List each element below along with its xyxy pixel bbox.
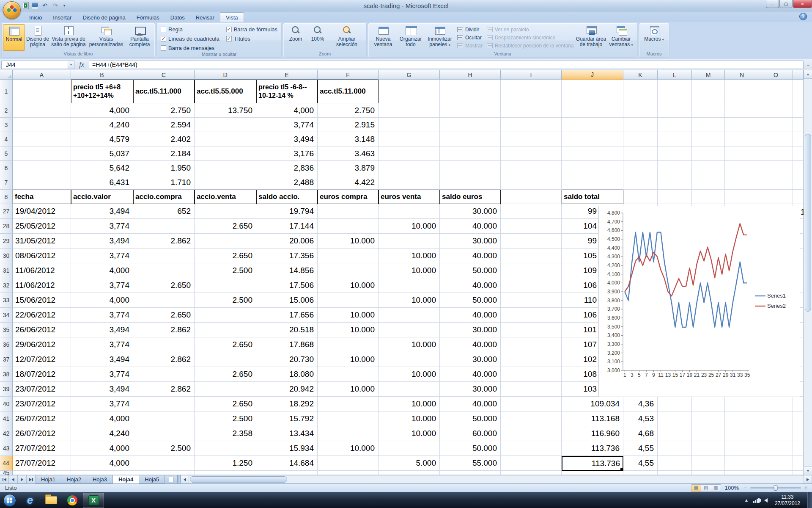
cell-A41[interactable]: 26/07/2012 xyxy=(13,411,71,426)
cell-G42[interactable]: 10.000 xyxy=(379,426,440,441)
cell-D38[interactable]: 2.650 xyxy=(195,367,256,382)
tab-splitter[interactable] xyxy=(178,475,181,483)
sheet-tab-hoja1[interactable]: Hoja1 xyxy=(36,475,61,483)
cell-K45[interactable] xyxy=(623,471,658,475)
row-header-30[interactable]: 30 xyxy=(0,248,13,263)
cell-O6[interactable] xyxy=(759,161,793,175)
cell-E40[interactable]: 18.292 xyxy=(256,397,318,411)
cell-L6[interactable] xyxy=(658,161,692,175)
cell-E35[interactable]: 20.518 xyxy=(256,323,318,337)
cell-F34[interactable]: 10.000 xyxy=(318,308,379,323)
cell-D41[interactable]: 2.500 xyxy=(195,411,256,426)
cell-A5[interactable] xyxy=(13,146,71,161)
cell-C35[interactable]: 2.862 xyxy=(133,323,195,337)
cell-O45[interactable] xyxy=(759,471,793,475)
cell-J4[interactable] xyxy=(562,132,623,146)
row-header-1[interactable]: 1 xyxy=(0,80,13,103)
cell-G28[interactable]: 10.000 xyxy=(379,219,440,234)
cell-E5[interactable]: 3,176 xyxy=(256,146,318,161)
cell-J43[interactable]: 113.736 xyxy=(562,441,623,456)
column-header-A[interactable]: A xyxy=(13,70,71,80)
show-desktop-button[interactable] xyxy=(807,492,812,508)
ribbon-tab-datos[interactable]: Datos xyxy=(165,13,190,22)
cell-M45[interactable] xyxy=(692,471,725,475)
cell-K43[interactable]: 4,55 xyxy=(623,441,658,456)
column-header-partial[interactable] xyxy=(793,70,804,80)
cell-C4[interactable]: 2.402 xyxy=(133,132,195,146)
name-box-dropdown[interactable]: ▾ xyxy=(68,61,74,69)
cell-B34[interactable]: 3,774 xyxy=(71,308,133,323)
cell-partial-41[interactable] xyxy=(793,411,804,426)
zoom-level[interactable]: 100% xyxy=(725,485,739,491)
cell-K40[interactable]: 4,36 xyxy=(623,397,658,411)
cell-A28[interactable]: 25/05/2012 xyxy=(13,219,71,234)
cell-partial-2[interactable] xyxy=(793,103,804,118)
cell-D29[interactable] xyxy=(195,234,256,248)
cell-H31[interactable]: 50.000 xyxy=(440,263,501,278)
cell-E44[interactable]: 14.684 xyxy=(256,456,318,471)
cell-J6[interactable] xyxy=(562,161,623,175)
cell-I37[interactable] xyxy=(501,352,562,367)
taskbar-internet-explorer[interactable]: e xyxy=(19,492,41,508)
zoom-slider[interactable]: − + xyxy=(743,485,809,491)
cell-C7[interactable]: 1.710 xyxy=(133,175,195,190)
cell-E34[interactable]: 17.656 xyxy=(256,308,318,323)
cell-D37[interactable] xyxy=(195,352,256,367)
cell-I33[interactable] xyxy=(501,293,562,308)
cell-D35[interactable] xyxy=(195,323,256,337)
row-header-43[interactable]: 43 xyxy=(0,441,13,456)
cell-partial-43[interactable] xyxy=(793,441,804,456)
cell-partial-6[interactable] xyxy=(793,161,804,175)
select-all-button[interactable] xyxy=(0,70,13,80)
cell-N5[interactable] xyxy=(725,146,759,161)
cell-J42[interactable]: 116.960 xyxy=(562,426,623,441)
cell-K3[interactable] xyxy=(623,118,658,132)
cell-F8[interactable]: euros compra xyxy=(318,190,379,204)
cell-A31[interactable]: 11/06/2012 xyxy=(13,263,71,278)
cell-G39[interactable] xyxy=(379,382,440,397)
cell-I27[interactable] xyxy=(501,204,562,219)
cell-G4[interactable] xyxy=(379,132,440,146)
cell-G5[interactable] xyxy=(379,146,440,161)
volume-icon[interactable] xyxy=(764,498,768,502)
cell-F5[interactable]: 3.463 xyxy=(318,146,379,161)
row-header-45[interactable]: 45 xyxy=(0,471,13,475)
cell-C41[interactable] xyxy=(133,411,195,426)
cell-D8[interactable]: accio.venta xyxy=(195,190,256,204)
cell-J40[interactable]: 109.034 xyxy=(562,397,623,411)
cell-E33[interactable]: 15.006 xyxy=(256,293,318,308)
cell-E28[interactable]: 17.144 xyxy=(256,219,318,234)
reset-window-position-button[interactable]: Restablecer posición de la ventana xyxy=(487,43,574,49)
cell-A44[interactable]: 27/07/2012 xyxy=(13,456,71,471)
taskbar-excel[interactable]: X xyxy=(83,493,104,508)
cell-A29[interactable]: 31/05/2012 xyxy=(13,234,71,248)
cell-D1[interactable]: acc.tl5.55.000 xyxy=(195,80,256,103)
taskbar-chrome[interactable] xyxy=(62,492,83,508)
cell-F29[interactable]: 10.000 xyxy=(318,234,379,248)
cell-D39[interactable] xyxy=(195,382,256,397)
cell-F1[interactable]: acc.tl5.11.000 xyxy=(318,80,379,103)
cell-H41[interactable]: 50.000 xyxy=(440,411,501,426)
row-header-7[interactable]: 7 xyxy=(0,175,13,190)
switch-windows-button[interactable]: Cambiar ventanas ▾ xyxy=(606,24,636,51)
cell-M42[interactable] xyxy=(692,426,725,441)
cell-B37[interactable]: 3,494 xyxy=(71,352,133,367)
taskbar-file-explorer[interactable] xyxy=(41,492,62,508)
cell-D2[interactable]: 13.750 xyxy=(195,103,256,118)
cell-A40[interactable]: 23/07/2012 xyxy=(13,397,71,411)
cell-N6[interactable] xyxy=(725,161,759,175)
cell-C1[interactable]: acc.tl5.11.000 xyxy=(133,80,195,103)
cell-J1[interactable] xyxy=(562,80,623,103)
arrange-all-button[interactable]: Organizar todo xyxy=(397,24,425,51)
cell-H33[interactable]: 50.000 xyxy=(440,293,501,308)
row-header-34[interactable]: 34 xyxy=(0,308,13,323)
cell-partial-44[interactable] xyxy=(793,456,804,471)
cell-I44[interactable] xyxy=(501,456,562,471)
column-header-H[interactable]: H xyxy=(440,70,501,80)
horizontal-scroll-track[interactable] xyxy=(189,475,804,483)
cell-A2[interactable] xyxy=(13,103,71,118)
cell-J45[interactable] xyxy=(562,471,623,475)
cell-E1[interactable]: precio tl5 -6-8-- 10-12-14 % xyxy=(256,80,318,103)
cell-H42[interactable]: 60.000 xyxy=(440,426,501,441)
cell-I40[interactable] xyxy=(501,397,562,411)
